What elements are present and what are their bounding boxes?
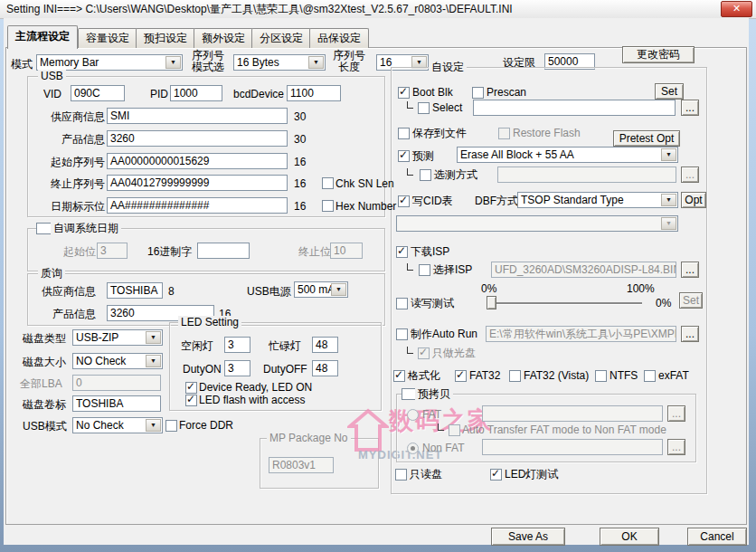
usb-product-field[interactable]: 3260 [107,130,288,147]
choose-isp-checkbox[interactable] [419,264,430,276]
chevron-down-icon[interactable]: ▼ [146,331,161,344]
select-mode-checkbox[interactable] [420,169,431,181]
usb-vendor-field[interactable]: SMI [107,108,288,124]
set-button[interactable]: Set [655,83,684,100]
chevron-down-icon[interactable]: ▼ [661,194,676,206]
rw-test-slider-track[interactable] [488,302,642,305]
restore-flash-checkbox[interactable] [498,128,510,139]
titlebar: Setting INI===> C:\Users\WANG\Desktop\量产… [0,0,756,19]
pid-field[interactable]: 1000 [170,85,222,101]
ntfs-checkbox[interactable] [595,370,607,382]
chevron-down-icon[interactable]: ▼ [308,56,324,69]
autorun-checkbox[interactable] [396,328,408,340]
usb-mode-combobox[interactable]: No Check▼ [72,417,163,433]
fat32-checkbox[interactable] [455,370,467,382]
prescan-checkbox[interactable] [472,87,484,99]
idle-led-field[interactable]: 3 [224,337,250,353]
volume-field[interactable]: TOSHIBA [72,395,161,412]
sn-mode-combobox[interactable]: 16 Bytes▼ [233,54,326,71]
non-fat-radio[interactable] [407,443,419,454]
tab-qa[interactable]: 品保设定 [309,28,369,48]
start-pos-field[interactable]: 3 [97,243,128,259]
select-path-field[interactable] [473,100,676,116]
led-flash-checkbox[interactable] [185,395,197,406]
auto-transfer-checkbox[interactable] [449,424,460,436]
tab-partition[interactable]: 分区设定 [251,28,311,48]
tab-main-flow[interactable]: 主流程设定 [7,25,78,49]
rw-test-checkbox[interactable] [396,298,408,309]
format-checkbox[interactable] [393,370,405,382]
sn-mode-label2: 模式选 [186,61,230,73]
predict-checkbox[interactable] [398,150,410,162]
isp-browse-button[interactable]: ... [681,262,699,278]
non-fat-browse-button[interactable]: ... [667,439,685,455]
pretest-opt-button[interactable]: Pretest Opt [613,130,680,147]
cancel-button[interactable]: Cancel [687,528,747,546]
tab-extra[interactable]: 额外设定 [194,28,253,48]
chevron-down-icon[interactable]: ▼ [331,283,346,296]
readonly-disk-checkbox[interactable] [395,469,407,481]
force-ddr-label: Force DDR [179,419,233,432]
duty-off-field[interactable]: 48 [312,360,338,376]
chk-sn-len-checkbox[interactable] [322,177,334,189]
cid-combobox[interactable]: ▼ [396,215,678,232]
non-fat-path-field[interactable] [482,439,663,455]
hex-number-checkbox[interactable] [322,200,334,212]
select-mode-browse-button[interactable]: ... [681,167,699,183]
sn-start-field[interactable]: AA00000000015629 [107,153,288,169]
autorun-browse-button[interactable]: ... [681,326,699,342]
bcddevice-field[interactable]: 1100 [287,85,341,101]
autorun-path-field[interactable]: E:\常用软件win\系统工具\小马PE\XMPE20 [486,326,676,342]
mp-package-field[interactable]: R0803v1 [269,457,334,473]
date-mark-length: 16 [294,200,306,213]
hex-word-label: 16进制字 [147,245,192,258]
slider-max-label: 100% [627,282,655,295]
fat32-vista-checkbox[interactable] [509,370,521,382]
usb-power-combobox[interactable]: 500 mA▼ [294,281,348,298]
fat-browse-button[interactable]: ... [667,405,685,422]
disk-type-combobox[interactable]: USB-ZIP▼ [72,329,163,346]
predict-mode-combobox[interactable]: Erase All Block + 55 AA▼ [457,147,678,163]
sn-end-field[interactable]: AA04012799999999 [107,175,288,191]
chevron-down-icon[interactable]: ▼ [146,419,161,432]
opt-button[interactable]: Opt [681,192,706,208]
download-isp-checkbox[interactable] [396,246,408,258]
chevron-down-icon[interactable]: ▼ [165,56,181,69]
tab-capacity[interactable]: 容量设定 [78,28,137,48]
save-as-button[interactable]: Save As [491,528,565,546]
write-cid-checkbox[interactable] [398,195,410,207]
select-mode-field[interactable] [497,167,676,183]
ok-button[interactable]: OK [600,528,659,546]
tab-prescan[interactable]: 预扫设定 [136,28,195,48]
vid-field[interactable]: 090C [71,85,125,101]
hex-word-field[interactable] [197,243,250,259]
all-lba-field[interactable]: 0 [72,375,161,391]
rw-set-button[interactable]: Set [679,292,703,309]
chevron-down-icon[interactable]: ▼ [661,148,676,161]
fat-radio[interactable] [407,409,419,421]
save-to-file-checkbox[interactable] [398,128,410,139]
change-password-button[interactable]: 更改密码 [622,46,695,63]
isp-path-field[interactable]: UFD_3260AD\SM3260ADISP-L84.BIN [491,262,676,278]
ntfs-label: NTFS [610,369,638,382]
dbf-mode-combobox[interactable]: TSOP Standard Type▼ [517,192,678,208]
boot-blk-checkbox[interactable] [398,87,410,99]
disk-size-combobox[interactable]: NO Check▼ [72,353,163,369]
end-pos-field[interactable]: 10 [330,243,363,259]
led-test-checkbox[interactable] [490,469,502,481]
chevron-down-icon[interactable]: ▼ [146,355,161,367]
chevron-down-icon[interactable]: ▼ [661,217,676,230]
duty-on-field[interactable]: 3 [224,360,250,376]
date-mark-field[interactable]: AA############## [107,197,288,214]
rw-test-slider-thumb[interactable] [487,296,496,309]
exfat-checkbox[interactable] [644,370,656,382]
select-browse-button[interactable]: ... [681,100,699,116]
select-checkbox[interactable] [418,102,430,114]
inquiry-vendor-field[interactable]: TOSHIBA [107,282,163,299]
force-ddr-checkbox[interactable] [165,420,177,432]
only-cd-checkbox[interactable] [418,347,430,359]
mode-combobox[interactable]: Memory Bar▼ [36,54,183,71]
busy-led-field[interactable]: 48 [312,337,338,353]
close-button[interactable]: ✕ [721,1,752,17]
fat-path-field[interactable] [482,405,663,422]
